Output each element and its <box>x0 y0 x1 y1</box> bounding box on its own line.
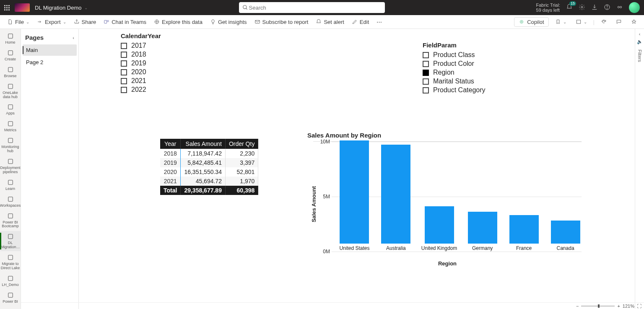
zoom-slider[interactable] <box>581 306 615 306</box>
svg-rect-23 <box>8 197 13 201</box>
nav-item-home[interactable]: Home <box>0 31 21 47</box>
nav-item-migrate-to-direct-lake[interactable]: Migrate to Direct Lake <box>0 252 21 272</box>
bar-rect <box>551 221 580 244</box>
nav-item-power-bi[interactable]: Power BI <box>0 290 21 306</box>
bar[interactable]: Australia <box>380 145 412 251</box>
slicer-option[interactable]: 2022 <box>121 86 161 93</box>
cell: 45,694.72 <box>181 177 226 186</box>
trial-status[interactable]: Fabric Trial: 59 days left <box>536 3 560 13</box>
nav-item-power-bi-bootcamp[interactable]: Power BI Bootcamp <box>0 210 21 231</box>
zoom-in-button[interactable]: + <box>617 304 620 309</box>
fit-page-icon[interactable]: ⛶ <box>637 304 641 309</box>
speaker-icon[interactable]: 🔈 <box>637 39 643 44</box>
nav-item-metrics[interactable]: Metrics <box>0 118 21 134</box>
download-icon[interactable] <box>591 4 598 11</box>
zoom-out-button[interactable]: − <box>576 304 579 309</box>
slicer-option[interactable]: 2019 <box>121 60 161 67</box>
cell: 7,118,947.42 <box>181 149 226 158</box>
svg-point-0 <box>243 5 246 9</box>
insights-button[interactable]: Get insights <box>207 17 250 27</box>
bar[interactable]: United Kingdom <box>421 206 457 251</box>
chat-teams-button[interactable]: Chat in Teams <box>101 17 149 27</box>
expand-filters-icon[interactable]: ‹ <box>639 31 641 36</box>
option-label: Product Class <box>433 51 475 59</box>
table-row[interactable]: 202016,351,550.3452,801 <box>160 167 258 177</box>
comment-button[interactable] <box>613 17 625 26</box>
nav-item-workspaces[interactable]: Workspaces <box>0 194 21 210</box>
refresh-button[interactable] <box>598 17 610 26</box>
slicer-option[interactable]: Region <box>423 69 486 76</box>
nav-item-apps[interactable]: Apps <box>0 101 21 117</box>
bar[interactable]: France <box>508 215 540 251</box>
alert-button[interactable]: Set alert <box>313 17 347 27</box>
view-dropdown[interactable]: ⌄ <box>573 17 590 26</box>
explore-button[interactable]: Explore this data <box>151 17 205 27</box>
chevron-down-icon: ⌄ <box>84 5 88 10</box>
pencil-icon <box>352 19 358 25</box>
favorite-button[interactable] <box>628 17 640 26</box>
option-label: 2021 <box>131 77 146 85</box>
notification-icon[interactable]: 15 <box>566 4 573 11</box>
x-axis-label: Region <box>313 260 582 267</box>
nav-item-dl-migration-[interactable]: DL Migration… <box>0 231 21 251</box>
table-total-row: Total29,358,677.8960,398 <box>160 186 258 195</box>
share-button[interactable]: Share <box>71 17 99 27</box>
nav-item-onelake-data-hub[interactable]: OneLake data hub <box>0 81 21 101</box>
cell: 52,801 <box>225 167 258 177</box>
nav-item-deployment-pipelines[interactable]: Deployment pipelines <box>0 156 21 176</box>
copilot-icon <box>519 19 525 25</box>
slicer-option[interactable]: 2021 <box>121 77 161 85</box>
slicer-field-param[interactable]: FieldParam Product ClassProduct ColorReg… <box>423 42 486 95</box>
copilot-button[interactable]: Copilot <box>514 17 548 27</box>
slicer-option[interactable]: 2018 <box>121 51 161 58</box>
column-header[interactable]: Sales Amount <box>181 139 226 149</box>
slicer-option[interactable]: 2020 <box>121 68 161 76</box>
search-input[interactable] <box>248 4 382 11</box>
svg-rect-25 <box>8 234 13 239</box>
table-row[interactable]: 20187,118,947.422,230 <box>160 149 258 158</box>
bar[interactable]: United States <box>338 140 371 251</box>
table-row[interactable]: 20195,842,485.413,397 <box>160 158 258 167</box>
svg-rect-19 <box>8 122 13 126</box>
nav-item-monitoring-hub[interactable]: Monitoring hub <box>0 135 21 155</box>
app-launcher-icon[interactable] <box>4 5 10 10</box>
table-row[interactable]: 202145,694.721,970 <box>160 177 258 186</box>
slicer-option[interactable]: Marital Status <box>423 78 486 85</box>
slicer-calendar-year[interactable]: CalendarYear 201720182019202020212022 <box>121 32 161 95</box>
edit-button[interactable]: Edit <box>349 17 372 27</box>
trial-line2: 59 days left <box>536 8 560 13</box>
nav-label: Power BI <box>3 300 18 304</box>
feedback-icon[interactable] <box>616 4 623 11</box>
collapse-pane-icon[interactable]: ‹ <box>73 35 74 40</box>
settings-icon[interactable] <box>579 4 585 11</box>
slicer-option[interactable]: 2017 <box>121 42 161 49</box>
export-menu[interactable]: Export⌄ <box>34 17 69 27</box>
page-tab[interactable]: Main <box>23 44 77 56</box>
slicer-option[interactable]: Product Class <box>423 51 486 59</box>
table-visual[interactable]: YearSales AmountOrder Qty 20187,118,947.… <box>160 139 258 195</box>
search-box[interactable] <box>239 2 385 13</box>
chart-title: Sales Amount by Region <box>307 132 582 139</box>
file-menu[interactable]: File⌄ <box>4 17 32 27</box>
page-tab[interactable]: Page 2 <box>23 57 77 68</box>
help-icon[interactable] <box>604 4 610 11</box>
filters-pane-collapsed[interactable]: ‹ 🔈 Filters <box>635 29 644 309</box>
bar[interactable]: Germany <box>466 212 499 251</box>
slicer-option[interactable]: Product Color <box>423 60 486 68</box>
column-header[interactable]: Year <box>160 139 181 149</box>
workspace-name-dropdown[interactable]: DL Migration Demo ⌄ <box>35 5 88 11</box>
nav-item-create[interactable]: Create <box>0 47 21 63</box>
slicer-option[interactable]: Product Category <box>423 86 486 94</box>
account-avatar[interactable] <box>629 2 640 13</box>
bookmark-dropdown[interactable]: ⌄ <box>552 17 569 26</box>
nav-item-browse[interactable]: Browse <box>0 64 21 80</box>
more-button[interactable]: ⋯ <box>374 17 385 27</box>
column-header[interactable]: Order Qty <box>225 139 258 149</box>
bar[interactable]: Canada <box>549 221 582 251</box>
checkbox-icon <box>423 61 429 67</box>
nav-item-lh-demo[interactable]: LH_Demo <box>0 273 21 289</box>
subscribe-button[interactable]: Subscribe to report <box>252 17 312 27</box>
nav-item-learn[interactable]: Learn <box>0 177 21 193</box>
bar-chart[interactable]: Sales Amount by Region Sales Amount 0M5M… <box>307 132 582 267</box>
report-canvas[interactable]: CalendarYear 201720182019202020212022 Fi… <box>79 29 635 309</box>
